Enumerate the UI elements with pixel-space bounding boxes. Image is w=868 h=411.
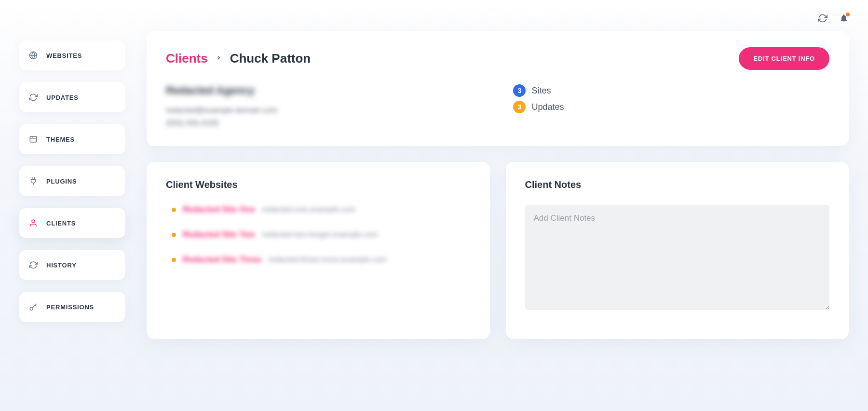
website-url: redacted-three-more.example.com — [268, 255, 386, 264]
user-icon — [29, 219, 38, 227]
sidebar-item-label: PLUGINS — [46, 178, 77, 185]
client-stats: 3 Sites 3 Updates — [513, 84, 564, 130]
stat-updates: 3 Updates — [513, 101, 564, 113]
client-websites-card: Client Websites Redacted Site One redact… — [147, 162, 490, 339]
sites-label: Sites — [531, 86, 551, 96]
breadcrumb-current: Chuck Patton — [230, 51, 311, 66]
website-list: Redacted Site One redacted-one.example.c… — [166, 205, 471, 265]
sidebar-item-label: WEBSITES — [46, 52, 82, 59]
website-item[interactable]: Redacted Site Two redacted-two-longer.ex… — [172, 230, 471, 239]
notifications-icon[interactable] — [839, 13, 849, 23]
updates-count-badge: 3 — [513, 101, 526, 113]
sidebar-nav: WEBSITES UPDATES THEMES PLUGINS CLIENTS — [19, 31, 125, 322]
client-header-card: Clients Chuck Patton EDIT CLIENT INFO Re… — [147, 31, 849, 146]
client-notes-textarea[interactable] — [525, 205, 830, 310]
client-contact-info: Redacted Agency redacted@example-domain.… — [166, 84, 484, 130]
key-icon — [29, 303, 38, 311]
breadcrumb: Clients Chuck Patton — [166, 51, 311, 66]
website-item[interactable]: Redacted Site Three redacted-three-more.… — [172, 255, 471, 265]
sidebar-item-label: PERMISSIONS — [46, 304, 94, 311]
status-dot-icon — [172, 208, 176, 212]
plug-icon — [29, 177, 38, 186]
globe-icon — [29, 51, 38, 60]
updates-label: Updates — [531, 102, 564, 112]
client-email: redacted@example-domain.com — [166, 104, 484, 117]
client-phone: (555) 555-0100 — [166, 117, 484, 130]
sidebar-item-permissions[interactable]: PERMISSIONS — [19, 292, 125, 322]
sidebar-item-clients[interactable]: CLIENTS — [19, 208, 125, 238]
sidebar-item-history[interactable]: HISTORY — [19, 250, 125, 280]
sidebar-item-label: CLIENTS — [46, 220, 76, 227]
sidebar-item-label: UPDATES — [46, 94, 79, 101]
svg-line-8 — [35, 305, 36, 306]
breadcrumb-root-link[interactable]: Clients — [166, 51, 208, 66]
svg-point-5 — [32, 220, 35, 223]
client-notes-card: Client Notes — [506, 162, 849, 339]
status-dot-icon — [172, 233, 176, 237]
website-item[interactable]: Redacted Site One redacted-one.example.c… — [172, 205, 471, 214]
client-websites-title: Client Websites — [166, 179, 471, 190]
svg-rect-2 — [30, 136, 37, 142]
refresh-icon — [29, 261, 38, 269]
website-url: redacted-two-longer.example.com — [262, 230, 378, 239]
refresh-icon[interactable] — [818, 13, 827, 23]
window-icon — [29, 135, 38, 144]
refresh-icon — [29, 93, 38, 102]
sidebar-item-websites[interactable]: WEBSITES — [19, 40, 125, 70]
sites-count-badge: 3 — [513, 84, 526, 97]
client-company-name: Redacted Agency — [166, 84, 484, 97]
status-dot-icon — [172, 258, 176, 262]
sidebar-item-updates[interactable]: UPDATES — [19, 82, 125, 112]
stat-sites: 3 Sites — [513, 84, 564, 97]
notification-dot — [846, 13, 850, 16]
edit-client-info-button[interactable]: EDIT CLIENT INFO — [739, 47, 829, 70]
website-name: Redacted Site Three — [183, 255, 261, 265]
chevron-right-icon — [217, 54, 221, 63]
sidebar-item-label: THEMES — [46, 136, 75, 143]
sidebar-item-label: HISTORY — [46, 262, 77, 269]
website-url: redacted-one.example.com — [262, 205, 355, 214]
client-notes-title: Client Notes — [525, 179, 830, 190]
sidebar-item-themes[interactable]: THEMES — [19, 124, 125, 154]
website-name: Redacted Site One — [183, 205, 255, 214]
sidebar-item-plugins[interactable]: PLUGINS — [19, 166, 125, 196]
website-name: Redacted Site Two — [183, 230, 255, 239]
